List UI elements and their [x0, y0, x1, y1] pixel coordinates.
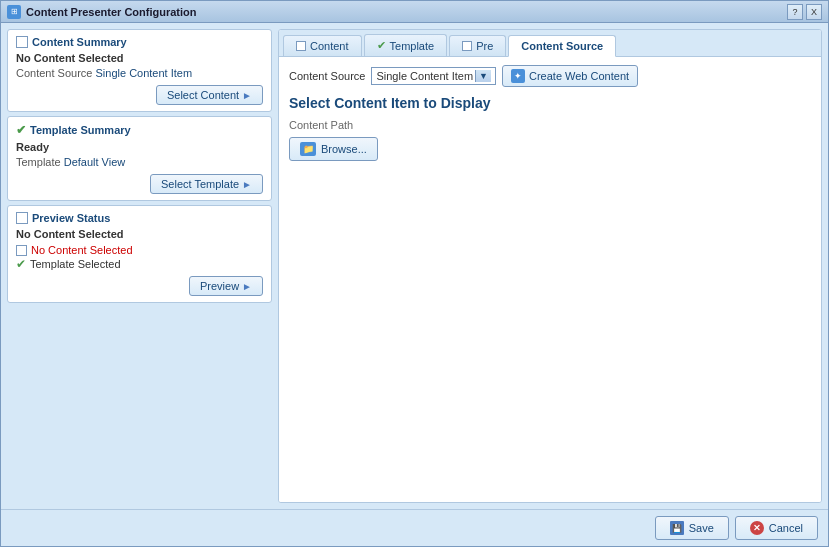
select-content-button[interactable]: Select Content ►	[156, 85, 263, 105]
preview-status-status: No Content Selected	[16, 228, 263, 240]
main-heading: Select Content Item to Display	[289, 95, 811, 111]
tab-pre[interactable]: Pre	[449, 35, 506, 56]
content-source-field-label: Content Source	[289, 70, 365, 82]
content-source-dropdown[interactable]: Single Content Item ▼	[371, 67, 496, 85]
close-button[interactable]: X	[806, 4, 822, 20]
content-summary-icon	[16, 36, 28, 48]
tab-content-area: Content Source Single Content Item ▼ ✦ C…	[279, 57, 821, 502]
cancel-icon: ✕	[750, 521, 764, 535]
tab-pre-icon	[462, 41, 472, 51]
preview-button[interactable]: Preview ►	[189, 276, 263, 296]
window-icon: ⊞	[7, 5, 21, 19]
content-source-row: Content Source Single Content Item ▼ ✦ C…	[289, 65, 811, 87]
browse-button[interactable]: 📁 Browse...	[289, 137, 378, 161]
tabs-row: Content ✔ Template Pre Content Source	[279, 30, 821, 57]
cancel-button[interactable]: ✕ Cancel	[735, 516, 818, 540]
title-bar-buttons: ? X	[787, 4, 822, 20]
create-web-content-button[interactable]: ✦ Create Web Content	[502, 65, 638, 87]
tab-template[interactable]: ✔ Template	[364, 34, 448, 56]
title-bar: ⊞ Content Presenter Configuration ? X	[1, 1, 828, 23]
title-bar-left: ⊞ Content Presenter Configuration	[7, 5, 197, 19]
preview-arrow-icon: ►	[242, 281, 252, 292]
dropdown-arrow-icon[interactable]: ▼	[475, 70, 491, 82]
left-panel: Content Summary No Content Selected Cont…	[7, 29, 272, 503]
template-check-icon: ✔	[16, 123, 26, 137]
tab-content-source[interactable]: Content Source	[508, 35, 616, 57]
preview-items-list: No Content Selected ✔ Template Selected	[16, 244, 263, 270]
right-panel: Content ✔ Template Pre Content Source	[278, 29, 822, 503]
preview-status-title: Preview Status	[16, 212, 263, 224]
select-template-arrow-icon: ►	[242, 179, 252, 190]
content-source-detail: Content Source Single Content Item	[16, 67, 263, 79]
dropdown-value: Single Content Item	[376, 70, 473, 82]
save-button[interactable]: 💾 Save	[655, 516, 729, 540]
preview-template-check-icon: ✔	[16, 258, 26, 270]
template-summary-title: ✔ Template Summary	[16, 123, 263, 137]
template-summary-box: ✔ Template Summary Ready Template Defaul…	[7, 116, 272, 201]
create-web-icon: ✦	[511, 69, 525, 83]
save-icon: 💾	[670, 521, 684, 535]
browse-icon: 📁	[300, 142, 316, 156]
preview-item-template: ✔ Template Selected	[16, 258, 263, 270]
preview-status-box: Preview Status No Content Selected No Co…	[7, 205, 272, 303]
select-content-arrow-icon: ►	[242, 90, 252, 101]
tab-content-icon	[296, 41, 306, 51]
window-title: Content Presenter Configuration	[26, 6, 197, 18]
main-window: ⊞ Content Presenter Configuration ? X Co…	[0, 0, 829, 547]
preview-item-content: No Content Selected	[16, 244, 263, 256]
content-path-label: Content Path	[289, 119, 811, 131]
content-summary-status: No Content Selected	[16, 52, 263, 64]
preview-content-label: No Content Selected	[31, 244, 133, 256]
help-button[interactable]: ?	[787, 4, 803, 20]
preview-status-icon	[16, 212, 28, 224]
bottom-bar: 💾 Save ✕ Cancel	[1, 509, 828, 546]
content-summary-box: Content Summary No Content Selected Cont…	[7, 29, 272, 112]
tab-content[interactable]: Content	[283, 35, 362, 56]
main-content: Content Summary No Content Selected Cont…	[1, 23, 828, 509]
tab-template-check-icon: ✔	[377, 39, 386, 52]
preview-template-label: Template Selected	[30, 258, 121, 270]
template-detail: Template Default View	[16, 156, 263, 168]
template-summary-status: Ready	[16, 141, 263, 153]
content-summary-title: Content Summary	[16, 36, 263, 48]
preview-content-icon	[16, 245, 27, 256]
select-template-button[interactable]: Select Template ►	[150, 174, 263, 194]
